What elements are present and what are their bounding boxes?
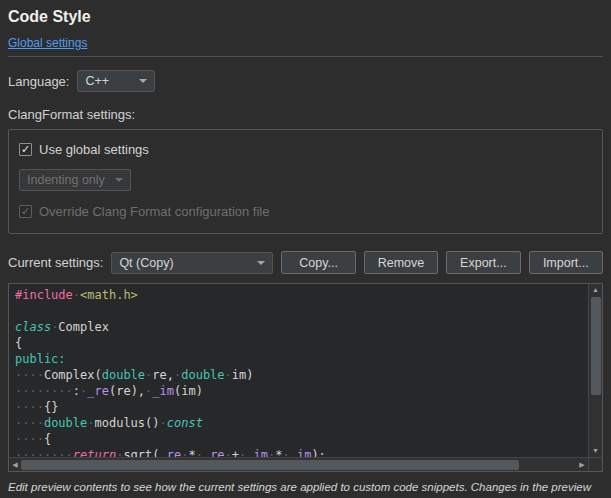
export-button[interactable]: Export... [446,251,520,274]
footer-hint-text: Edit preview contents to see how the cur… [8,479,603,498]
indenting-mode-dropdown[interactable]: Indenting only [19,169,131,191]
chevron-down-icon [139,79,147,83]
override-clangformat-label: Override Clang Format configuration file [39,204,270,219]
use-global-settings-row[interactable]: ✓ Use global settings [19,142,592,157]
page-title: Code Style [8,8,603,26]
checkbox-checked-icon[interactable]: ✓ [19,205,32,218]
scroll-up-arrow-icon[interactable]: ▲ [589,284,602,296]
checkbox-checked-icon[interactable]: ✓ [19,143,32,156]
scrollbar-corner [588,458,602,471]
vertical-scrollbar-thumb[interactable] [591,297,601,395]
import-button[interactable]: Import... [529,251,603,274]
horizontal-scrollbar-row: ◀ ▶ [9,457,602,471]
current-settings-label: Current settings: [8,255,103,270]
current-settings-value: Qt (Copy) [119,256,173,270]
indenting-mode-value: Indenting only [27,173,105,187]
horizontal-scrollbar[interactable]: ◀ ▶ [9,458,588,471]
scroll-right-arrow-icon[interactable]: ▶ [576,461,588,469]
global-settings-row: Global settings [8,35,603,50]
chevron-down-icon [115,178,123,182]
language-dropdown-value: C++ [85,74,109,88]
remove-button[interactable]: Remove [364,251,438,274]
code-preview-editor: #include·<math.h> class·Complex{public:·… [8,283,603,472]
code-area[interactable]: #include·<math.h> class·Complex{public:·… [9,284,588,457]
chevron-down-icon [257,261,265,265]
current-settings-row: Current settings: Qt (Copy) Copy... Remo… [8,251,603,274]
scroll-down-arrow-icon[interactable]: ▼ [589,445,602,457]
divider [8,56,603,57]
language-row: Language: C++ [8,70,603,92]
use-global-settings-label: Use global settings [39,142,149,157]
current-settings-dropdown[interactable]: Qt (Copy) [111,252,273,274]
scroll-left-arrow-icon[interactable]: ◀ [9,461,21,469]
vertical-scrollbar[interactable]: ▲ ▼ [588,284,602,457]
override-clangformat-row[interactable]: ✓ Override Clang Format configuration fi… [19,204,592,219]
global-settings-link[interactable]: Global settings [8,36,87,50]
editor-body: #include·<math.h> class·Complex{public:·… [9,284,602,457]
language-label: Language: [8,74,69,89]
horizontal-scrollbar-thumb[interactable] [21,460,519,470]
language-dropdown[interactable]: C++ [77,70,155,92]
clangformat-groupbox: ✓ Use global settings Indenting only ✓ O… [8,129,603,234]
copy-button[interactable]: Copy... [281,251,355,274]
clangformat-section-label: ClangFormat settings: [8,107,603,122]
code-style-panel: Code Style Global settings Language: C++… [0,0,611,498]
